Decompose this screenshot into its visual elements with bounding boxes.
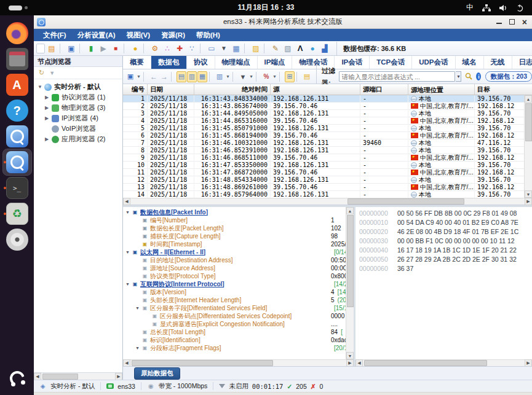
expand-arrow[interactable]: ▼ [135, 346, 141, 350]
dropdown-arrow-icon[interactable]: ▾ [136, 71, 141, 82]
packet-detail-row[interactable]: ▣ 编号[Number] 1 [123, 216, 346, 224]
column-header-source-geo[interactable]: 源地理位置 [408, 84, 475, 95]
scrollbar-thumb[interactable] [42, 373, 78, 380]
column-header-source[interactable]: 源 [271, 84, 360, 95]
scroll-right-icon[interactable]: ▶ [525, 198, 532, 205]
menu-item[interactable]: 资源(R) [156, 29, 191, 41]
adapter-name[interactable]: ens33 [117, 383, 135, 390]
table-row[interactable]: 11 2025/11/18 16:31:47.868720000 39.156.… [123, 169, 524, 176]
add-analysis-icon[interactable]: ✚ [174, 43, 185, 54]
scroll-right-icon[interactable]: ▶ [115, 373, 122, 380]
cd-icon[interactable] [6, 229, 28, 251]
export-packets-icon[interactable]: ▣ [125, 71, 135, 82]
system-tray[interactable]: 中 [466, 2, 523, 13]
tab-ip-conversation[interactable]: IP会话 [335, 56, 370, 69]
packet-detail-row[interactable]: ▣ 总长度[Total Length] 84[ [123, 328, 346, 336]
table-row[interactable]: 9 2025/11/18 16:31:46.868511000 39.156.7… [123, 154, 524, 162]
filter-status-text[interactable]: 未启用 [229, 382, 248, 391]
node-realtime-analysis[interactable]: ▼ 实时分析 - 默认 [34, 82, 122, 92]
save-icon[interactable]: ▣ [66, 43, 77, 54]
scroll-left-icon[interactable]: ◀ [34, 373, 41, 380]
scrollbar-thumb[interactable] [364, 360, 487, 366]
volume-icon[interactable] [499, 4, 507, 12]
hex-dump[interactable]: 00000000 00 50 56 FF DB 8B 00 0C 29 F8 0… [359, 209, 532, 359]
tab-packets[interactable]: 数据包 [151, 56, 187, 69]
network-icon[interactable] [482, 4, 491, 12]
dock-item[interactable]: ? [3, 98, 31, 123]
note-icon[interactable]: ▤ [302, 71, 312, 82]
hex-view-toggle-icon[interactable]: ▦ [197, 71, 207, 82]
trash-icon[interactable]: ♻ [6, 203, 28, 225]
dropdown-arrow-icon[interactable]: ▾ [272, 71, 277, 82]
title-bar[interactable]: ens33 - 科来网络分析系统 技术交流版 × [34, 15, 532, 29]
scrollbar-thumb[interactable] [132, 360, 273, 366]
scroll-right-icon[interactable]: ▶ [346, 359, 354, 366]
column-header-number[interactable]: 编号 [123, 84, 148, 95]
node-explorer-hscrollbar[interactable]: ◀ ▶ [34, 372, 122, 380]
colasoft-logo-icon[interactable]: Λ [295, 43, 306, 54]
open-icon[interactable]: ▤ [46, 43, 57, 54]
node-group-icon[interactable]: ∵ [186, 43, 197, 54]
packet-detail-row[interactable]: ▣ 数据包长度[Packet Length] 102 [123, 224, 346, 232]
adapter-icon[interactable]: ▮ [85, 43, 97, 54]
detail-vscrollbar[interactable]: ▲ ▼ [346, 207, 354, 359]
node-voip-explorer[interactable]: VoIP浏览器 [34, 123, 122, 134]
table-row[interactable]: 13 2025/11/18 16:31:48.869261000 39.156.… [123, 184, 524, 191]
diagnosis-icon[interactable]: ∴ [162, 43, 173, 54]
packet-list-vscrollbar[interactable]: ▲ ▼ [524, 95, 532, 198]
table-row[interactable]: 4 2025/11/18 16:31:44.865316000 39.156.7… [123, 117, 524, 125]
packet-detail-row[interactable]: ▣ 区分服务码点[Differentiated Services Codepoi… [123, 312, 346, 320]
minimize-button[interactable] [496, 20, 502, 24]
packet-detail-row[interactable]: ▣ 头部长度[Internet Header Length] 5(20 [123, 296, 346, 304]
info-icon[interactable]: i [476, 72, 481, 80]
node-protocol-explorer[interactable]: ▶ 协议浏览器 (1) [34, 92, 122, 103]
log-output-icon[interactable]: ▧ [282, 43, 293, 54]
tab-wireless[interactable]: 无线 [484, 56, 512, 69]
software-center-icon[interactable]: A [6, 74, 28, 96]
list-view-toggle-icon[interactable]: ▤ [177, 71, 186, 82]
scroll-left-icon[interactable]: ◀ [123, 359, 130, 366]
expand-arrow[interactable]: ▶ [45, 136, 52, 142]
dock-item[interactable] [3, 149, 31, 175]
power-icon[interactable] [516, 4, 523, 12]
scroll-up-icon[interactable]: ▲ [525, 95, 532, 103]
capsa-icon[interactable] [6, 125, 28, 147]
expand-arrow[interactable]: ▼ [125, 282, 132, 286]
files-icon[interactable] [6, 48, 28, 70]
column-header-date[interactable]: 日期 [148, 84, 194, 95]
node-ip-explorer[interactable]: ▶ IP浏览器 (4) [34, 113, 122, 123]
scroll-down-icon[interactable]: ▼ [346, 352, 354, 359]
display-filter-icon[interactable]: ▼ [238, 71, 248, 82]
tab-protocol[interactable]: 协议 [187, 56, 215, 69]
packet-detail-row[interactable]: ▼ ▣ 数据包信息[Packet Info] [123, 208, 346, 216]
dock-item[interactable] [3, 227, 31, 252]
table-row[interactable]: 3 2025/11/18 16:31:44.849505000 192.168.… [123, 110, 524, 117]
dock-item[interactable] [3, 20, 31, 46]
detail-hscrollbar[interactable]: ◀ ▶ [123, 359, 354, 366]
scroll-down-icon[interactable]: ▼ [525, 190, 532, 198]
column-select-icon[interactable]: ▥ [215, 71, 224, 82]
menu-item[interactable]: 视图(V) [121, 29, 156, 41]
table-row[interactable]: 7 2025/11/18 16:31:46.100321000 192.168.… [123, 139, 524, 147]
search-icon[interactable] [465, 71, 472, 82]
node-filter-icon[interactable]: ▼ [49, 70, 55, 76]
maximize-button[interactable] [509, 19, 515, 25]
tab-domain[interactable]: 域名 [456, 56, 484, 69]
new-icon[interactable] [36, 44, 45, 53]
scrollbar-thumb[interactable] [347, 215, 354, 307]
terminal-icon[interactable]: >_ [6, 177, 28, 199]
table-row[interactable]: 10 2025/11/18 16:31:47.853350000 192.168… [123, 162, 524, 169]
table-row[interactable]: 2 2025/11/18 16:31:43.863674000 39.156.7… [123, 103, 524, 110]
start-icon[interactable]: ▶ [98, 43, 109, 54]
decode-tree-toggle-icon[interactable]: ⊞ [285, 71, 295, 82]
dock-item[interactable] [3, 46, 31, 72]
table-row[interactable]: 6 2025/11/18 16:31:45.868194000 39.156.7… [123, 132, 524, 139]
tab-log[interactable]: 日志 [512, 56, 532, 69]
alarm-monitor-icon[interactable]: ▭ [206, 43, 217, 54]
table-row[interactable]: 1 2025/11/18 16:31:43.848334000 192.168.… [123, 95, 524, 103]
packet-detail-row[interactable]: ▼ ▣ 以太网 - II[Ethernet - II] [0/14] [123, 248, 346, 256]
table-row[interactable]: 14 2025/11/18 16:31:49.857964000 192.168… [123, 191, 524, 198]
prev-packet-icon[interactable]: ← [149, 71, 159, 82]
packet-detail-row[interactable]: ▼ ▣ 分段标志[Fragment Flags] [20/1 [123, 344, 346, 352]
packet-detail-row[interactable]: ▣ 协议类型[Protocol Type] 0x800 [123, 272, 346, 280]
